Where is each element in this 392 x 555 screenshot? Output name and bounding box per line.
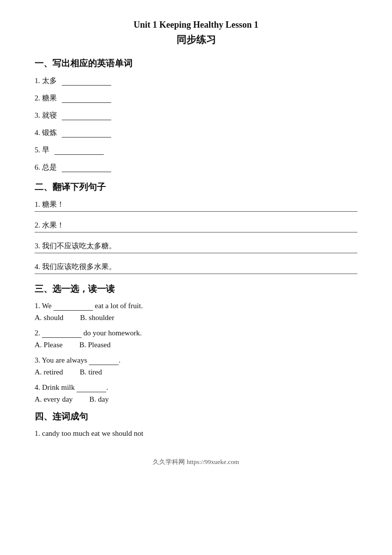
answer-line bbox=[35, 232, 357, 232]
item-text: 1. 糖果！ bbox=[35, 200, 64, 209]
list-item: 6. 总是 bbox=[35, 163, 357, 172]
answer-blank[interactable] bbox=[62, 129, 111, 138]
option-a: A. retired bbox=[35, 368, 63, 376]
answer-blank[interactable] bbox=[53, 302, 93, 311]
item-num: 3. 就寝 bbox=[35, 111, 57, 120]
item-text: . bbox=[106, 383, 108, 391]
list-item: 1. 太多 bbox=[35, 76, 357, 86]
list-item: 2. 糖果 bbox=[35, 93, 357, 103]
item-num: 5. 早 bbox=[35, 145, 49, 155]
item-text: eat a lot of fruit. bbox=[93, 302, 143, 310]
list-item: 3. You are always . bbox=[35, 356, 357, 365]
section2-title: 二、翻译下列句子 bbox=[35, 181, 357, 193]
option-b: B. Pleased bbox=[79, 341, 110, 349]
item-num: 1. 太多 bbox=[35, 76, 57, 86]
choice-options: A. every day B. day bbox=[35, 395, 357, 404]
section4-title: 四、连词成句 bbox=[35, 411, 357, 422]
item-num: 3. You are always bbox=[35, 356, 89, 364]
answer-blank[interactable] bbox=[77, 383, 106, 392]
option-b: B. shoulder bbox=[80, 314, 114, 322]
list-item: 1. 糖果！ bbox=[35, 200, 357, 209]
section1-title: 一、写出相应的英语单词 bbox=[35, 57, 357, 69]
item-text: 4. 我们应该吃很多水果。 bbox=[35, 262, 116, 272]
answer-line bbox=[35, 211, 357, 212]
option-b: B. tired bbox=[80, 368, 102, 376]
item-text: 3. 我们不应该吃太多糖。 bbox=[35, 241, 116, 251]
item-num: 2. bbox=[35, 329, 42, 337]
section3-title: 三、选一选，读一读 bbox=[35, 283, 357, 295]
option-a: A. every day bbox=[35, 395, 73, 403]
list-item: 4. 我们应该吃很多水果。 bbox=[35, 262, 357, 272]
answer-blank[interactable] bbox=[62, 163, 111, 172]
list-item: 2. do your homework. bbox=[35, 329, 357, 338]
item-num: 1. We bbox=[35, 302, 53, 310]
item-num: 4. 锻炼 bbox=[35, 128, 57, 138]
section1-items: 1. 太多 2. 糖果 3. 就寝 4. 锻炼 5. 早 6. 总是 bbox=[35, 76, 357, 172]
choice-options: A. should B. shoulder bbox=[35, 314, 357, 322]
answer-line bbox=[35, 274, 357, 274]
list-item: 2. 水果！ bbox=[35, 221, 357, 230]
footer-text: 久久学科网 https://99xueke.com bbox=[35, 458, 357, 466]
option-a: A. Please bbox=[35, 341, 63, 349]
list-item: 4. 锻炼 bbox=[35, 128, 357, 138]
section3-items: 1. We eat a lot of fruit. A. should B. s… bbox=[35, 302, 357, 404]
choice-options: A. retired B. tired bbox=[35, 368, 357, 376]
list-item: 5. 早 bbox=[35, 145, 357, 155]
answer-blank[interactable] bbox=[42, 329, 82, 338]
list-item: 1. We eat a lot of fruit. bbox=[35, 302, 357, 311]
item-text: do your homework. bbox=[82, 329, 142, 337]
answer-blank[interactable] bbox=[62, 77, 111, 86]
item-num: 4. Drink milk bbox=[35, 383, 77, 391]
choice-options: A. Please B. Pleased bbox=[35, 341, 357, 349]
list-item: 3. 就寝 bbox=[35, 111, 357, 120]
answer-line bbox=[35, 253, 357, 253]
list-item: 4. Drink milk . bbox=[35, 383, 357, 392]
section2-items: 1. 糖果！ 2. 水果！ 3. 我们不应该吃太多糖。 4. 我们应该吃很多水果… bbox=[35, 200, 357, 274]
option-a: A. should bbox=[35, 314, 63, 322]
item-num: 1. candy too much eat we should not bbox=[35, 429, 143, 437]
page-title-en: Unit 1 Keeping Healthy Lesson 1 bbox=[35, 20, 357, 30]
option-b: B. day bbox=[89, 395, 109, 403]
list-item: 1. candy too much eat we should not bbox=[35, 429, 357, 438]
page-title-cn: 同步练习 bbox=[35, 33, 357, 46]
list-item: 3. 我们不应该吃太多糖。 bbox=[35, 241, 357, 251]
item-text: 2. 水果！ bbox=[35, 221, 64, 230]
answer-blank[interactable] bbox=[62, 111, 111, 120]
answer-blank[interactable] bbox=[62, 94, 111, 103]
item-num: 6. 总是 bbox=[35, 163, 57, 172]
item-num: 2. 糖果 bbox=[35, 93, 57, 103]
item-text: . bbox=[119, 356, 121, 364]
answer-blank[interactable] bbox=[89, 356, 119, 365]
answer-blank[interactable] bbox=[54, 146, 104, 155]
section4-items: 1. candy too much eat we should not bbox=[35, 429, 357, 438]
